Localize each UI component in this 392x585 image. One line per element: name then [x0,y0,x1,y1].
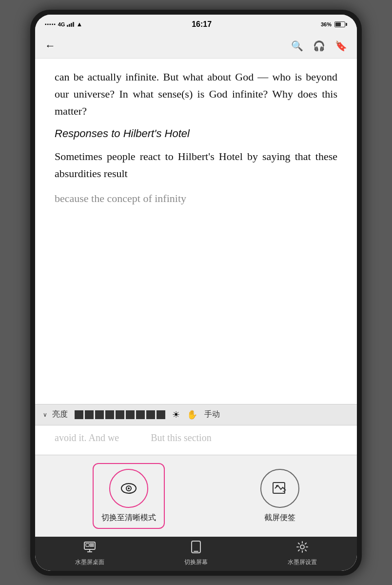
phone-screen: ▪▪▪▪▪ 4G ▲ 16:17 36% [35,15,357,571]
status-left: ▪▪▪▪▪ 4G ▲ [45,20,82,28]
hand-icon: ✋ [187,409,197,420]
search-icon[interactable]: 🔍 [291,40,303,52]
headphone-icon[interactable]: 🎧 [313,40,325,52]
switch-screen-icon [191,541,201,556]
clear-mode-label: 切换至清晰模式 [101,513,156,523]
svg-point-13 [300,545,304,549]
brightness-label: 亮度 [52,409,68,420]
settings-icon [296,541,309,556]
overlay-panel: 切换至清晰模式 截屏便签 [35,455,357,537]
toolbar-item-desktop[interactable]: 水墨屏桌面 [75,541,104,566]
eye-icon [119,479,138,498]
sun-icon: ☀ [172,409,180,420]
status-time: 16:17 [192,20,212,29]
signal-bars [67,22,74,27]
bookmark-icon[interactable]: 🔖 [335,40,347,52]
toolbar-item-switch[interactable]: 切换屏幕 [184,541,208,566]
desktop-icon [83,541,96,556]
book-content: can be actually infinite. But what about… [35,59,357,404]
overlay-buttons: 切换至清晰模式 截屏便签 [45,463,347,529]
settings-label: 水墨屏设置 [288,558,317,566]
wifi-icon: ▲ [76,20,82,28]
svg-point-2 [128,487,130,489]
signal-4g: 4G [58,21,65,27]
switch-label: 切换屏幕 [184,558,208,566]
desktop-label: 水墨屏桌面 [75,558,104,566]
svg-rect-8 [86,544,89,546]
svg-rect-9 [90,544,94,545]
screenshot-note-label: 截屏便签 [264,513,295,523]
nav-bar: ← 🔍 🎧 🔖 [35,34,357,59]
screenshot-note-button[interactable]: 截屏便签 [260,469,299,523]
screenshot-icon [270,479,290,498]
book-intro-text: can be actually infinite. But what about… [55,68,337,120]
ghost-content: avoid it. And we But this section [35,425,357,455]
svg-rect-10 [90,545,94,546]
brightness-bar[interactable]: ∨ 亮度 ☀ ✋ 手动 [35,404,357,425]
nav-right-icons: 🔍 🎧 🔖 [291,40,347,52]
book-section-title: Responses to Hilbert's Hotel [55,127,337,140]
toolbar-item-settings[interactable]: 水墨屏设置 [288,541,317,566]
phone-frame: ▪▪▪▪▪ 4G ▲ 16:17 36% [30,10,362,576]
battery-percent: 36% [321,21,332,27]
ghost-line1: avoid it. And we But this section [55,430,337,445]
book-body-text: Sometimes people react to Hilbert's Hote… [55,148,337,207]
brightness-blocks [75,410,165,419]
brightness-chevron[interactable]: ∨ [43,411,47,418]
status-right: 36% [321,21,347,27]
status-bar: ▪▪▪▪▪ 4G ▲ 16:17 36% [35,15,357,34]
eye-icon-circle[interactable] [109,469,148,508]
clear-mode-button-container[interactable]: 切换至清晰模式 [93,463,165,529]
svg-point-4 [276,485,278,487]
screenshot-icon-circle[interactable] [260,469,299,508]
brightness-manual-label: 手动 [204,409,220,420]
back-button[interactable]: ← [45,40,56,52]
battery-icon [334,21,347,27]
carrier-text: ▪▪▪▪▪ [45,21,56,27]
bottom-toolbar: 水墨屏桌面 切换屏幕 水墨屏设置 [35,537,357,571]
